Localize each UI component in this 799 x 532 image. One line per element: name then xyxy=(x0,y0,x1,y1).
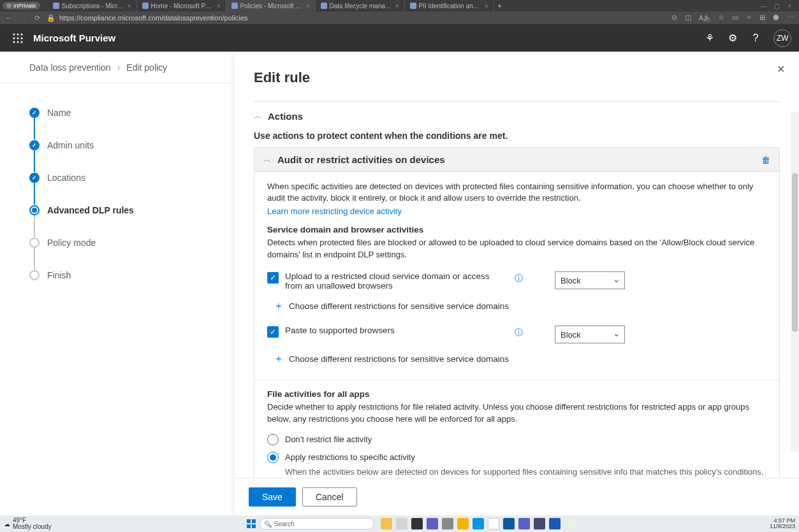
taskbar-app-icon[interactable] xyxy=(442,518,453,529)
favorites-bar-icon[interactable]: ✧ xyxy=(746,13,752,23)
paste-checkbox[interactable] xyxy=(267,326,279,338)
split-icon[interactable]: ▭ xyxy=(732,13,738,23)
window-controls: — ▢ × xyxy=(760,3,796,10)
close-icon[interactable]: × xyxy=(128,3,131,10)
taskbar-app-icon[interactable] xyxy=(381,518,392,529)
plus-icon: ＋ xyxy=(274,299,284,313)
settings-icon[interactable]: ⚙ xyxy=(728,33,738,43)
close-icon[interactable]: × xyxy=(217,3,221,10)
taskbar-app-icon[interactable] xyxy=(488,518,499,529)
browser-tab[interactable]: Home - Microsoft Purview× xyxy=(137,0,226,11)
edit-rule-panel: ✕ Edit rule ︿ Actions Use actions to pro… xyxy=(235,52,799,515)
lock-icon: 🔒 xyxy=(47,14,55,22)
svg-point-4 xyxy=(17,37,19,39)
browser-tab[interactable]: Data lifecycle management - M...× xyxy=(316,0,405,11)
app-header: Microsoft Purview ⚘ ⚙ ? ZW xyxy=(0,24,799,52)
taskbar-app-icon[interactable] xyxy=(564,518,576,529)
read-aloud-icon[interactable]: Aあ xyxy=(699,13,710,23)
inprivate-icon[interactable]: ⬢ xyxy=(773,13,779,23)
app-title: Microsoft Purview xyxy=(33,32,115,43)
taskbar-app-icon[interactable] xyxy=(396,518,407,529)
save-button[interactable]: Save xyxy=(249,487,296,507)
service-domain-title: Service domain and browser activities xyxy=(267,225,766,234)
add-restriction-link-2[interactable]: ＋ Choose different restrictions for sens… xyxy=(267,349,766,373)
close-icon[interactable]: × xyxy=(395,3,399,10)
step-advanced-dlp-rules[interactable]: Advanced DLP rules xyxy=(29,194,205,226)
activity-upload-row: Upload to a restricted cloud service dom… xyxy=(267,266,766,296)
start-button[interactable] xyxy=(246,518,257,529)
cancel-button[interactable]: Cancel xyxy=(302,487,357,507)
taskbar-app-icon[interactable] xyxy=(534,518,545,529)
zoom-icon[interactable]: ⊝ xyxy=(671,13,677,23)
step-locations[interactable]: Locations xyxy=(29,161,205,194)
taskbar-app-icon[interactable] xyxy=(503,518,515,529)
app-launcher-icon[interactable] xyxy=(8,28,28,48)
radio-dont-restrict[interactable]: Don't restrict file activity xyxy=(267,431,766,449)
upload-checkbox[interactable] xyxy=(267,272,279,284)
info-icon[interactable]: ⓘ xyxy=(515,273,523,284)
user-avatar[interactable]: ZW xyxy=(773,29,791,47)
stepper: Name Admin units Locations Advanced DLP … xyxy=(0,83,235,304)
browser-tab-strip: InPrivate Subscriptions - Microsoft 365 … xyxy=(0,0,799,11)
actions-description: Use actions to protect content when the … xyxy=(254,131,780,141)
taskbar-app-icon[interactable] xyxy=(457,518,469,529)
sub-panel-header[interactable]: ︿ Audit or restrict activities on device… xyxy=(254,148,779,172)
learn-more-link[interactable]: Learn more restricting device activity xyxy=(267,206,402,216)
svg-point-8 xyxy=(21,41,23,43)
weather-widget[interactable]: ☁ 49°F Mostly cloudy xyxy=(4,517,52,530)
taskbar-app-icon[interactable] xyxy=(473,518,484,529)
share-icon[interactable]: ⚘ xyxy=(705,33,715,43)
taskbar-app-icon[interactable] xyxy=(518,518,530,529)
step-finish[interactable]: Finish xyxy=(29,259,205,291)
actions-section-toggle[interactable]: ︿ Actions xyxy=(254,102,780,131)
paste-action-dropdown[interactable]: Block xyxy=(555,326,625,343)
help-icon[interactable]: ? xyxy=(751,33,761,43)
scrollbar-thumb[interactable] xyxy=(792,173,798,332)
close-icon[interactable]: × xyxy=(306,3,310,10)
back-icon[interactable]: ← xyxy=(5,14,12,22)
delete-icon[interactable]: 🗑 xyxy=(761,155,770,165)
browser-tab[interactable]: Subscriptions - Microsoft 365 ad...× xyxy=(48,0,137,11)
new-tab-button[interactable]: + xyxy=(494,3,506,10)
more-icon[interactable]: ⋯ xyxy=(787,13,794,23)
close-window-icon[interactable]: × xyxy=(788,3,791,10)
browser-tab[interactable]: PII Identification and Minimizat...× xyxy=(405,0,494,11)
refresh-icon[interactable]: ⟳ xyxy=(34,14,40,22)
collections-icon[interactable]: ⊞ xyxy=(759,13,765,23)
taskbar-app-icon[interactable] xyxy=(549,518,561,529)
file-activities-title: File activities for all apps xyxy=(267,389,766,399)
maximize-icon[interactable]: ▢ xyxy=(774,3,780,10)
info-icon[interactable]: ⓘ xyxy=(515,327,523,338)
upload-action-dropdown[interactable]: Block xyxy=(555,271,625,289)
taskbar-search[interactable]: 🔍 Search xyxy=(260,518,374,529)
taskbar-app-icon[interactable] xyxy=(411,518,423,529)
svg-point-2 xyxy=(21,33,23,35)
add-restriction-link[interactable]: ＋ Choose different restrictions for sens… xyxy=(267,296,766,320)
radio-icon-checked[interactable] xyxy=(267,452,279,463)
close-icon[interactable]: × xyxy=(485,3,488,10)
svg-point-3 xyxy=(13,37,15,39)
radio-icon[interactable] xyxy=(267,434,279,445)
browser-tab-active[interactable]: Policies - Microsoft Purview× xyxy=(226,0,316,11)
taskbar-app-icon[interactable] xyxy=(427,518,438,529)
radio-label: Don't restrict file activity xyxy=(285,435,372,444)
favorite-icon[interactable]: ☆ xyxy=(718,13,724,23)
shopping-icon[interactable]: ◫ xyxy=(685,13,691,23)
left-column: Data loss prevention › Edit policy Name … xyxy=(0,52,235,515)
breadcrumb-root[interactable]: Data loss prevention xyxy=(29,62,111,73)
svg-rect-9 xyxy=(247,519,251,523)
breadcrumb-current: Edit policy xyxy=(126,62,167,73)
chevron-right-icon: › xyxy=(117,62,121,73)
step-name[interactable]: Name xyxy=(29,96,205,129)
step-admin-units[interactable]: Admin units xyxy=(29,129,205,161)
activity-paste-row: Paste to supported browsers ⓘ Block xyxy=(267,320,766,349)
radio-apply-restrictions[interactable]: Apply restrictions to specific activity xyxy=(267,449,766,466)
minimize-icon[interactable]: — xyxy=(760,3,766,10)
url-text: https://compliance.microsoft.com/datalos… xyxy=(59,14,247,22)
panel-title: Edit rule xyxy=(254,69,780,86)
url-field[interactable]: 🔒 https://compliance.microsoft.com/datal… xyxy=(47,14,665,22)
svg-rect-11 xyxy=(247,524,251,528)
step-policy-mode[interactable]: Policy mode xyxy=(29,226,205,259)
system-tray[interactable]: 4:57 PM 11/8/2023 xyxy=(770,518,795,529)
close-panel-icon[interactable]: ✕ xyxy=(777,63,785,75)
